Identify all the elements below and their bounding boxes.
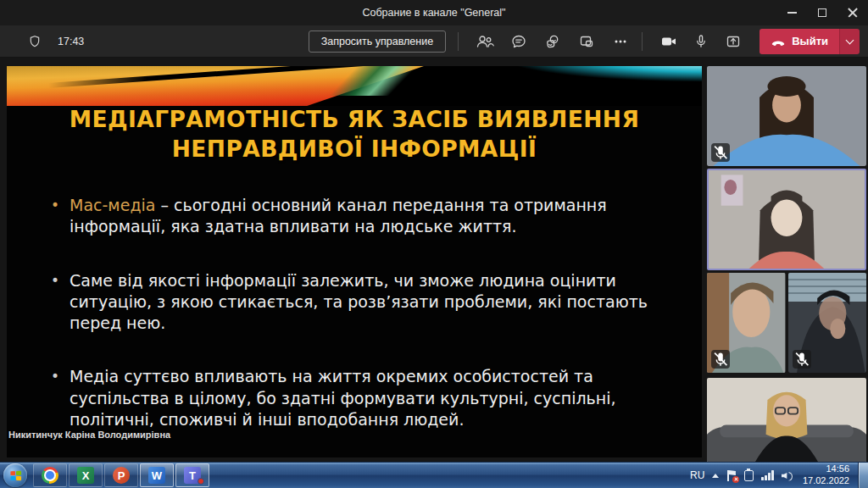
maximize-icon [818, 8, 826, 17]
window-title: Собрание в канале "General" [362, 7, 505, 19]
show-desktop-button[interactable] [858, 463, 868, 488]
participant-video-1[interactable] [707, 66, 866, 166]
bullet-text-3: Медіа суттєво впливають на життя окремих… [70, 366, 666, 430]
taskbar-apps: X P W T [32, 463, 210, 488]
clipboard-icon[interactable] [744, 470, 754, 481]
system-tray: RU 14:56 17.02.2022 [690, 463, 854, 487]
participants-button[interactable] [470, 29, 499, 54]
powerpoint-icon: P [113, 467, 130, 484]
mic-muted-icon [793, 350, 811, 369]
shield-icon[interactable] [20, 29, 49, 54]
bullet-marker: • [51, 195, 59, 238]
mic-muted-icon [711, 350, 730, 369]
meeting-toolbar: 17:43 Запросить управление [0, 25, 868, 58]
action-center-alert-badge [732, 476, 739, 483]
leave-button[interactable]: Выйти [760, 29, 860, 54]
tray-date: 17.02.2022 [803, 475, 849, 487]
word-icon: W [148, 467, 165, 484]
leave-button-label: Выйти [792, 35, 828, 47]
presentation-slide: МЕДІАГРАМОТНІСТЬ ЯК ЗАСІБ ВИЯВЛЕННЯ НЕПР… [7, 66, 702, 458]
mic-button[interactable] [687, 29, 715, 54]
excel-icon: X [77, 467, 94, 484]
bullet-item-2: • Саме від якості інформації залежить, ч… [51, 270, 666, 335]
teams-notification-dot [198, 478, 204, 485]
slide-bullets: • Мас-медіа – сьогодні основний канал пе… [51, 195, 666, 458]
close-icon [848, 8, 858, 18]
taskbar-powerpoint-button[interactable]: P [104, 463, 138, 487]
hidden-icons-chevron[interactable] [712, 474, 719, 478]
bullet-item-3: • Медіа суттєво впливають на життя окрем… [51, 366, 666, 430]
teams-meeting-window: Собрание в канале "General" 17:43 Запрос… [0, 0, 868, 488]
tray-clock[interactable]: 14:56 17.02.2022 [801, 463, 849, 487]
participant-5-video-frame [707, 378, 866, 463]
toolbar-divider [458, 32, 459, 51]
camera-button[interactable] [654, 29, 683, 54]
bullet-text-1: Мас-медіа – сьогодні основний канал пере… [70, 195, 666, 238]
meeting-timer: 17:43 [58, 36, 84, 47]
windows-start-icon [10, 470, 21, 480]
windows-taskbar: X P W T RU 14:56 17.02.2022 [0, 462, 868, 488]
share-button[interactable] [719, 29, 748, 54]
network-icon[interactable] [761, 470, 774, 480]
bullet-marker: • [51, 270, 59, 335]
more-button[interactable] [606, 29, 635, 54]
bullet-item-1: • Мас-медіа – сьогодні основний канал пе… [51, 195, 666, 238]
participant-1-video-frame [707, 66, 866, 166]
participant-video-3[interactable] [707, 273, 786, 373]
slide-banner-graphic [7, 66, 702, 106]
minimize-icon [787, 12, 797, 14]
meeting-content: МЕДІАГРАМОТНІСТЬ ЯК ЗАСІБ ВИЯВЛЕННЯ НЕПР… [0, 58, 868, 462]
participant-video-4[interactable] [788, 273, 867, 373]
rooms-button[interactable] [572, 29, 601, 54]
bullet-text-2: Саме від якості інформації залежить, чи … [70, 270, 666, 335]
leave-options-caret[interactable] [839, 29, 860, 54]
bullet-marker: • [51, 366, 59, 430]
titlebar: Собрание в канале "General" [0, 0, 868, 25]
request-control-button[interactable]: Запросить управление [309, 30, 446, 53]
taskbar-excel-button[interactable]: X [69, 463, 103, 487]
chevron-down-icon [846, 36, 854, 44]
tray-time: 14:56 [803, 463, 849, 475]
presenter-name-label: Никитинчук Каріна Володимирівна [8, 430, 170, 440]
window-controls [776, 0, 868, 25]
participants-filmstrip [705, 58, 868, 462]
language-indicator[interactable]: RU [690, 469, 704, 481]
taskbar-chrome-button[interactable] [33, 463, 67, 487]
windows-start-button[interactable] [3, 463, 27, 487]
action-center-flag-icon[interactable] [726, 470, 737, 481]
participant-video-2-active-speaker[interactable] [707, 169, 866, 270]
participant-2-video-frame [709, 170, 865, 269]
participant-video-5[interactable] [707, 378, 866, 463]
mic-muted-icon [711, 143, 730, 162]
screen-share-stage: МЕДІАГРАМОТНІСТЬ ЯК ЗАСІБ ВИЯВЛЕННЯ НЕПР… [0, 58, 705, 462]
toolbar-divider-2 [642, 32, 643, 51]
taskbar-teams-button[interactable]: T [175, 463, 209, 487]
minimize-button[interactable] [776, 0, 807, 25]
chrome-icon [42, 467, 58, 484]
chat-button[interactable] [504, 29, 533, 54]
close-button[interactable] [837, 0, 868, 25]
taskbar-word-button[interactable]: W [140, 463, 174, 487]
reactions-button[interactable] [538, 29, 567, 54]
slide-title: МЕДІАГРАМОТНІСТЬ ЯК ЗАСІБ ВИЯВЛЕННЯ НЕПР… [7, 105, 702, 164]
volume-icon[interactable] [782, 470, 793, 480]
maximize-button[interactable] [807, 0, 837, 25]
hangup-icon [771, 36, 786, 47]
